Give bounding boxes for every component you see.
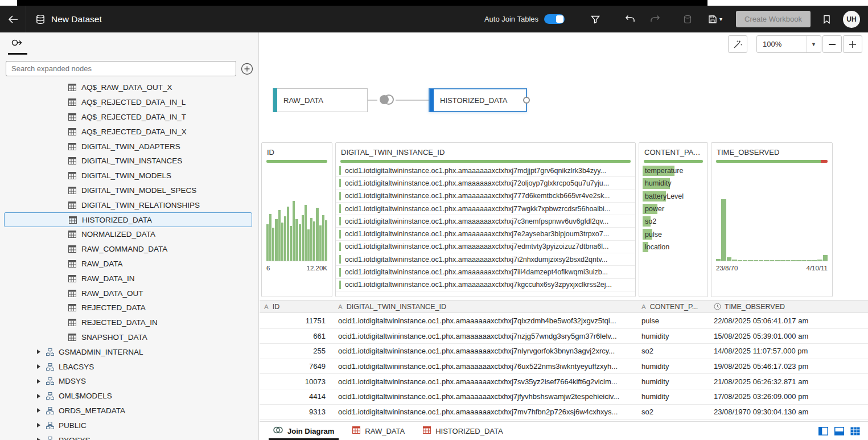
expand-arrow-icon[interactable]	[36, 364, 41, 369]
tree-node-digital-twin-model-specs[interactable]: DIGITAL_TWIN_MODEL_SPECS	[0, 183, 258, 198]
quality-value-row[interactable]: ocid1.iotdigitaltwininstance.oc1.phx.ama…	[336, 215, 635, 228]
tree-node-aq-rejected-data-in-t[interactable]: AQ$_REJECTED_DATA_IN_T	[0, 110, 258, 125]
quality-value-row[interactable]: ocid1.iotdigitaltwininstance.oc1.phx.ama…	[336, 241, 635, 253]
table-row[interactable]: 11751ocid1.iotdigitaltwininstance.oc1.ph…	[260, 314, 868, 329]
filter-icon[interactable]	[591, 15, 600, 24]
tree-node-raw-command-data[interactable]: RAW_COMMAND_DATA	[0, 242, 258, 257]
app-window: New Dataset Auto Join Tables ▾ Cre	[0, 0, 868, 440]
quality-value-row[interactable]: ocid1.iotdigitaltwininstance.oc1.phx.ama…	[336, 177, 635, 190]
footer-tab-join-diagram[interactable]: Join Diagram	[264, 422, 343, 440]
tree-node-oml-models[interactable]: OML$MODELS	[0, 389, 258, 404]
expand-arrow-icon[interactable]	[36, 379, 41, 384]
chevron-down-icon[interactable]: ▼	[806, 36, 821, 52]
table-row[interactable]: 255ocid1.iotdigitaltwininstance.oc1.phx.…	[260, 344, 868, 359]
split-left-layout-icon[interactable]	[818, 427, 828, 435]
footer-tab-raw-data[interactable]: RAW_DATA	[343, 422, 414, 440]
join-icon[interactable]	[377, 93, 396, 106]
quality-bar-row[interactable]: location	[643, 241, 704, 253]
expand-arrow-icon[interactable]	[36, 349, 41, 355]
add-node-icon[interactable]	[241, 63, 253, 75]
tree-node-raw-data[interactable]: RAW_DATA	[0, 257, 258, 272]
quality-value-row[interactable]: ocid1.iotdigitaltwininstance.oc1.phx.ama…	[336, 266, 635, 278]
tree-node-public[interactable]: PUBLIC	[0, 418, 258, 433]
save-menu-button[interactable]: ▾	[708, 15, 722, 24]
footer-tab-historized-data[interactable]: HISTORIZED_DATA	[414, 422, 512, 440]
data-sources-sidebar: AQ$_RAW_DATA_OUT_XAQ$_REJECTED_DATA_IN_L…	[0, 32, 259, 440]
table-row[interactable]: 661ocid1.iotdigitaltwininstance.oc1.phx.…	[260, 329, 868, 344]
expand-arrow-icon[interactable]	[36, 393, 41, 399]
tree-node-raw-data-in[interactable]: RAW_DATA_IN	[0, 271, 258, 286]
grid-layout-icon[interactable]	[850, 427, 860, 435]
quality-bar-row[interactable]: humidity	[643, 177, 704, 190]
table-row[interactable]: 7649ocid1.iotdigitaltwininstance.oc1.phx…	[260, 359, 868, 375]
quality-value-row[interactable]: ocid1.iotdigitaltwininstance.oc1.phx.ama…	[336, 203, 635, 215]
quality-bar-row[interactable]: power	[643, 203, 704, 215]
create-workbook-button[interactable]: Create Workbook	[736, 11, 811, 27]
bookmark-icon[interactable]	[823, 15, 830, 24]
table-row[interactable]: 4414ocid1.iotdigitaltwininstance.oc1.phx…	[260, 389, 868, 405]
tree-node-gsmadmin-internal[interactable]: GSMADMIN_INTERNAL	[0, 344, 258, 359]
dataset-actions-icon[interactable]	[683, 15, 692, 24]
quality-bar-row[interactable]: batteryLevel	[643, 190, 704, 203]
histogram-bar	[293, 201, 295, 261]
tree-node-pyqsys[interactable]: PYQSYS	[0, 433, 258, 440]
quality-value-row[interactable]: ocid1.iotdigitaltwininstance.oc1.phx.ama…	[336, 190, 635, 203]
column-header-id[interactable]: AID	[260, 301, 334, 312]
redo-icon[interactable]	[650, 15, 660, 23]
tree-node-aq-rejected-data-in-l[interactable]: AQ$_REJECTED_DATA_IN_L	[0, 95, 258, 110]
quality-bar-row[interactable]: temperature	[643, 165, 704, 177]
column-header-digital-twin-instance-id[interactable]: ADIGITAL_TWIN_INSTANCE_ID	[334, 301, 637, 312]
quality-bar-row[interactable]: so2	[643, 215, 704, 228]
tree-node-ords-metadata[interactable]: ORDS_METADATA	[0, 404, 258, 418]
split-bottom-layout-icon[interactable]	[834, 427, 844, 435]
expand-arrow-icon[interactable]	[36, 422, 41, 428]
histogram-bar	[812, 260, 817, 261]
diagram-node-historized-data[interactable]: HISTORIZED_DATA	[429, 88, 527, 112]
table-row[interactable]: 9313ocid1.iotdigitaltwininstance.oc1.phx…	[260, 405, 868, 420]
tree-node-mdsys[interactable]: MDSYS	[0, 374, 258, 389]
quality-value-row[interactable]: ocid1.iotdigitaltwininstance.oc1.phx.ama…	[336, 165, 635, 177]
quality-value-row[interactable]: ocid1.iotdigitaltwininstance.oc1.phx.ama…	[336, 279, 635, 291]
tree-node-aq-raw-data-out-x[interactable]: AQ$_RAW_DATA_OUT_X	[0, 80, 258, 95]
node-connection-handle[interactable]	[523, 97, 530, 104]
tree-node-digital-twin-models[interactable]: DIGITAL_TWIN_MODELS	[0, 168, 258, 183]
tree-node-snapshot-data[interactable]: SNAPSHOT_DATA	[0, 330, 258, 345]
undo-icon[interactable]	[625, 15, 635, 23]
quality-card-time-observed[interactable]: TIME_OBSERVED 23/8/70 4/10/11	[711, 142, 833, 297]
auto-arrange-wand-icon[interactable]	[728, 35, 747, 53]
tree-node-label: HISTORIZED_DATA	[82, 216, 152, 224]
quality-card-id[interactable]: ID 6 12.20K	[261, 142, 332, 297]
zoom-out-button[interactable]	[822, 35, 842, 53]
connections-tab-icon[interactable]	[8, 32, 27, 55]
back-button[interactable]	[0, 6, 26, 32]
search-input[interactable]	[6, 61, 236, 76]
quality-value-row[interactable]: ocid1.iotdigitaltwininstance.oc1.phx.ama…	[336, 253, 635, 266]
user-avatar[interactable]: UH	[843, 11, 860, 28]
zoom-select[interactable]: 100% ▼	[756, 35, 821, 53]
tree-node-lbacsys[interactable]: LBACSYS	[0, 359, 258, 374]
expand-arrow-icon[interactable]	[36, 437, 41, 440]
diagram-node-raw-data[interactable]: RAW_DATA	[273, 88, 368, 112]
quality-value-text: ocid1.iotdigitaltwininstance.oc1.phx.ama…	[345, 179, 609, 187]
cell-content-p: so2	[637, 408, 709, 416]
auto-join-toggle[interactable]	[544, 14, 565, 24]
tree-node-aq-rejected-data-in-x[interactable]: AQ$_REJECTED_DATA_IN_X	[0, 124, 258, 139]
zoom-in-button[interactable]	[843, 35, 862, 53]
quality-card-content-path[interactable]: CONTENT_PATH temperaturehumiditybatteryL…	[639, 142, 708, 297]
column-header-time-observed[interactable]: TIME_OBSERVED	[709, 301, 868, 312]
tree-node-historized-data[interactable]: HISTORIZED_DATA	[4, 212, 252, 227]
histogram-max-label: 12.20K	[307, 265, 327, 272]
tree-node-rejected-data[interactable]: REJECTED_DATA	[0, 301, 258, 315]
tree-node-rejected-data-in[interactable]: REJECTED_DATA_IN	[0, 315, 258, 330]
table-row[interactable]: 10073ocid1.iotdigitaltwininstance.oc1.ph…	[260, 374, 868, 389]
tree-node-raw-data-out[interactable]: RAW_DATA_OUT	[0, 286, 258, 301]
expand-arrow-icon[interactable]	[36, 408, 41, 413]
column-header-content-p[interactable]: ACONTENT_P...	[637, 301, 709, 312]
quality-bar-row[interactable]: pulse	[643, 228, 704, 240]
tree-node-normalized-data[interactable]: NORMALIZED_DATA	[0, 227, 258, 242]
quality-value-row[interactable]: ocid1.iotdigitaltwininstance.oc1.phx.ama…	[336, 228, 635, 240]
tree-node-digital-twin-instances[interactable]: DIGITAL_TWIN_INSTANCES	[0, 154, 258, 168]
tree-node-digital-twin-adapters[interactable]: DIGITAL_TWIN_ADAPTERS	[0, 139, 258, 154]
tree-node-digital-twin-relationships[interactable]: DIGITAL_TWIN_RELATIONSHIPS	[0, 198, 258, 212]
quality-card-digital-twin-instance-id[interactable]: DIGITAL_TWIN_INSTANCE_ID ocid1.iotdigita…	[335, 142, 636, 297]
